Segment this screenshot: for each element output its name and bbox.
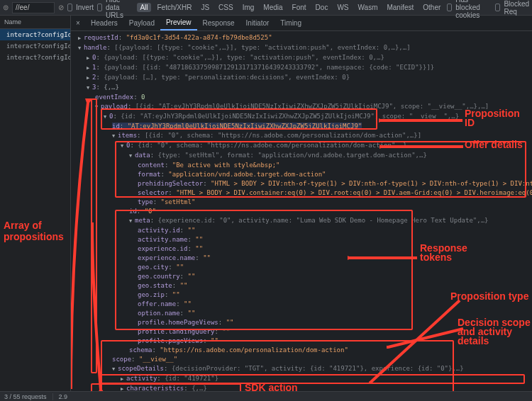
sd-characteristics: {,…} [192,385,207,391]
handle-preview: [{payload: [{type: "cookie",…}], type: "… [114,44,410,51]
tab-initiator[interactable]: Initiator [240,16,275,30]
request-id: fd3a0c1f-3d54-422a-a874-fb79dbe8d525 [130,34,268,41]
data-format: application/vnd.adobe.target.dom-action [172,171,322,178]
expand-icon[interactable] [95,102,101,112]
expand-icon[interactable] [104,112,109,122]
data-preview: {type: "setHtml", format: "application/v… [158,152,427,159]
type-css[interactable]: CSS [216,3,236,12]
request-item[interactable]: interact?configId… [0,29,70,40]
tab-timing[interactable]: Timing [275,16,307,30]
data-content: Be active with style&nbsp; [176,162,276,169]
expand-icon[interactable] [78,33,84,43]
tab-preview[interactable]: Preview [160,16,197,30]
meta-preview: {experience.id: "0", activity.name: "Lum… [158,217,489,224]
proposition-0: {id: "AT:eyJhY3Rpdml0eUlkIjoiNDE5NzIxIiw… [121,113,459,120]
blocked-req-checkbox[interactable] [495,4,500,11]
regex-icon[interactable]: ⊘ [58,4,64,11]
handle-2: {payload: […], type: "personalization:de… [104,74,350,81]
expand-icon[interactable] [87,83,92,93]
request-name: interact?configId… [6,43,70,50]
invert-checkbox[interactable] [67,4,72,11]
item-id: 0 [148,208,152,215]
proposition-id: AT:eyJhY3Rpdml0eUlkIjoiNDE5NzIxIiwiZXhwZ… [131,123,358,130]
handle-0: {payload: [{type: "cookie",…}], type: "a… [104,54,384,61]
tab-response[interactable]: Response [197,16,240,30]
type-doc[interactable]: Doc [313,3,331,12]
status-size: 2.9 [59,393,68,400]
main-area: Name interact?configId… interact?configI… [0,16,532,391]
expand-icon[interactable] [121,384,126,391]
filter-icon: ⊚ [3,4,9,11]
expand-icon[interactable] [129,151,135,161]
close-detail-button[interactable]: × [71,19,85,27]
expand-icon[interactable] [112,131,118,141]
item-0: {id: "0", schema: "https://ns.adobe.com/… [138,142,406,149]
expand-icon[interactable] [121,141,126,151]
invert-label: Invert [76,4,94,11]
network-toolbar: ⊚ ⊘ Invert Hide data URLs All Fetch/XHR … [0,0,532,16]
scope: __view__ [143,356,173,363]
type-wasm[interactable]: Wasm [355,3,381,12]
status-bar: 3 / 55 requests 2.9 [0,391,532,401]
type-ws[interactable]: WS [334,3,351,12]
payload-preview: [{id: "AT:eyJhY3Rpdml0eUlkIjoiNDE5NzIxIi… [135,103,489,110]
detail-tabs: × Headers Payload Preview Response Initi… [71,16,532,31]
schema: https://ns.adobe.com/personalization/dom… [164,346,345,354]
filter-input[interactable] [12,2,55,13]
sd-activity: {id: "419721"} [165,375,218,382]
type-img[interactable]: Img [240,3,257,12]
data-type: setHtml [165,198,192,205]
type-fetchxhr[interactable]: Fetch/XHR [155,3,195,12]
handle-1: {payload: [{id: "48718633759987129131713… [104,64,434,71]
status-count: 3 / 55 requests [4,393,47,400]
tab-payload[interactable]: Payload [123,16,160,30]
expand-icon[interactable] [87,53,92,63]
type-media[interactable]: Media [260,3,285,12]
type-font[interactable]: Font [289,3,309,12]
request-name: interact?configId… [6,54,70,61]
event-index: 0 [141,94,145,101]
request-list-header: Name [0,16,70,29]
type-js[interactable]: JS [198,3,212,12]
expand-icon[interactable] [87,73,92,83]
json-preview[interactable]: requestId: "fd3a0c1f-3d54-422a-a874-fb79… [71,31,532,391]
type-other[interactable]: Other [420,3,443,12]
data-prehiding: HTML > BODY > DIV:nth-of-type(1) > DIV:n… [214,180,532,187]
expand-icon[interactable] [78,43,84,53]
request-item[interactable]: interact?configId… [0,40,70,52]
items-preview: [{id: "0", schema: "https://ns.adobe.com… [145,132,421,139]
expand-icon[interactable] [112,364,118,374]
request-name: interact?configId… [6,31,70,38]
hide-data-urls-checkbox[interactable] [97,4,102,11]
detail-pane: × Headers Payload Preview Response Initi… [71,16,532,391]
blocked-req-label: Blocked Req [504,0,529,16]
request-item[interactable]: interact?configId… [0,52,70,63]
expand-icon[interactable] [121,374,126,384]
type-manifest[interactable]: Manifest [384,3,416,12]
tab-headers[interactable]: Headers [85,16,123,30]
type-all[interactable]: All [137,3,150,12]
scope-details: {decisionProvider: "TGT", activity: {id:… [172,365,464,372]
expand-icon[interactable] [129,216,135,226]
blocked-cookies-checkbox[interactable] [447,4,452,11]
data-selector: HTML > BODY > DIV.container:eq(0) > DIV.… [180,189,532,196]
divider [52,393,53,400]
expand-icon[interactable] [87,63,92,73]
request-list: Name interact?configId… interact?configI… [0,16,71,391]
